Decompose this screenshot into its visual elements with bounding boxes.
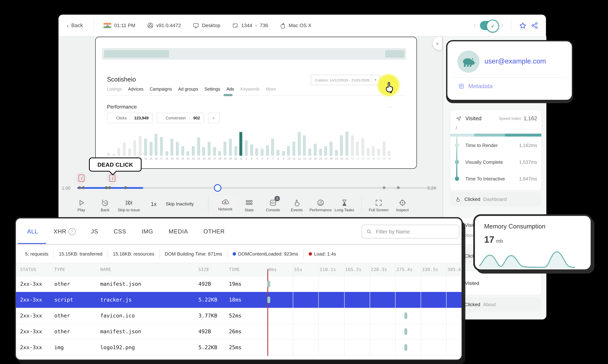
event-visited[interactable]: Visited bbox=[450, 271, 542, 295]
chart-bar[interactable]: 27 bbox=[377, 131, 380, 156]
chart-bar[interactable]: 6 bbox=[266, 131, 269, 156]
panel-network-button[interactable]: Network bbox=[213, 196, 237, 213]
column-header[interactable]: TYPE bbox=[54, 267, 65, 272]
date-range-picker[interactable]: Custom: 14/12/2019 - 21/01/2020 ▾ bbox=[311, 75, 380, 85]
site-tab-ads[interactable]: Ads bbox=[227, 86, 234, 95]
metadata-button[interactable]: Metadata bbox=[458, 83, 492, 89]
chart-bar[interactable]: 26 bbox=[372, 131, 375, 156]
chart-bar[interactable]: 9 bbox=[282, 131, 285, 156]
panel-events-button[interactable]: Events bbox=[285, 198, 309, 213]
bookmark-star-icon[interactable] bbox=[519, 22, 527, 29]
event-dot[interactable] bbox=[397, 186, 400, 189]
site-tab-ad-groups[interactable]: Ad groups bbox=[178, 86, 198, 95]
chart-bar[interactable]: 10 bbox=[123, 131, 126, 156]
column-header[interactable]: NAME bbox=[100, 267, 111, 272]
site-tab-keywords[interactable]: Keywords bbox=[240, 86, 260, 95]
metric-chip-conversion[interactable]: Conversion 902 bbox=[156, 113, 204, 123]
column-header[interactable]: STATUS bbox=[20, 267, 36, 272]
timeline-playhead[interactable] bbox=[214, 184, 221, 192]
network-tab-img[interactable]: IMG bbox=[142, 228, 153, 235]
playback-skip-to-issue-button[interactable]: Skip to Issue bbox=[117, 198, 141, 213]
chart-bar[interactable]: 5 bbox=[260, 131, 263, 156]
panel-console-button[interactable]: 3Console bbox=[261, 198, 285, 213]
share-icon[interactable] bbox=[531, 22, 538, 29]
column-header[interactable]: SIZE bbox=[198, 267, 209, 272]
chart-bar[interactable]: 15 bbox=[314, 131, 317, 156]
performance-more-icon[interactable]: ... bbox=[388, 103, 393, 108]
chart-bar[interactable]: 21 bbox=[346, 131, 348, 156]
chart-bar[interactable]: 20 bbox=[176, 131, 179, 156]
chart-bar[interactable]: 15 bbox=[149, 131, 152, 156]
chart-bar[interactable]: 14 bbox=[308, 131, 311, 156]
chart-bar[interactable]: 10 bbox=[287, 131, 290, 156]
panel-long-tasks-button[interactable]: Long Tasks bbox=[333, 198, 356, 213]
network-tab-all[interactable]: ALL bbox=[27, 228, 38, 235]
user-email[interactable]: user@example.com bbox=[485, 57, 546, 65]
timeline-track[interactable] bbox=[77, 187, 437, 189]
chart-bar[interactable]: 13 bbox=[139, 131, 142, 156]
panel-state-button[interactable]: State bbox=[237, 198, 261, 213]
chart-bar[interactable]: 2 bbox=[245, 131, 248, 156]
chart-bar[interactable]: 3 bbox=[250, 131, 253, 156]
chart-bar[interactable]: 21 bbox=[181, 131, 184, 156]
chart-bar[interactable]: 31 bbox=[234, 131, 237, 156]
site-tab-settings[interactable]: Settings bbox=[204, 86, 220, 95]
view-full-screen-button[interactable]: Full Screen bbox=[367, 198, 391, 213]
network-tab-other[interactable]: OTHER bbox=[203, 228, 225, 235]
visited-event-card[interactable]: Visited Speed Index 1,162 / Time to Rend… bbox=[450, 109, 542, 191]
chart-bar[interactable]: 22 bbox=[351, 131, 354, 156]
chart-bar[interactable]: 23 bbox=[192, 131, 195, 156]
speed-button[interactable]: 1x bbox=[151, 201, 156, 207]
network-tab-xhr[interactable]: XHR? bbox=[53, 228, 76, 235]
chart-bar[interactable]: 11 bbox=[292, 131, 295, 156]
chart-bar[interactable]: 20 bbox=[340, 131, 343, 156]
chart-bar[interactable]: 8 bbox=[112, 131, 115, 156]
network-tab-js[interactable]: JS bbox=[91, 228, 98, 235]
network-filter[interactable] bbox=[361, 225, 459, 238]
chart-bar[interactable]: 17 bbox=[160, 131, 163, 156]
filter-by-name-input[interactable] bbox=[375, 228, 448, 235]
panel-performance-button[interactable]: Performance bbox=[309, 198, 333, 213]
prev-session-button[interactable]: ‹ bbox=[474, 21, 476, 30]
chart-bar[interactable]: 28 bbox=[383, 131, 386, 156]
chart-bar[interactable]: 27 bbox=[213, 131, 216, 156]
network-request-row[interactable]: 2xx-3xxothermanifest.json492B26ms bbox=[16, 324, 462, 340]
back-button[interactable]: ‹ Back bbox=[67, 22, 83, 29]
chart-bar[interactable]: 23 bbox=[356, 131, 359, 156]
chart-bar[interactable]: 12 bbox=[298, 131, 301, 156]
network-request-row[interactable]: 2xx-3xxothermanifest.json492B19ms bbox=[16, 276, 462, 292]
skip-inactivity-button[interactable]: Skip Inactivity bbox=[166, 201, 194, 206]
site-tab-advices[interactable]: Advices bbox=[128, 86, 143, 95]
chart-bar[interactable]: 25 bbox=[367, 131, 370, 156]
chart-bar[interactable]: 22 bbox=[186, 131, 189, 156]
chart-bar[interactable]: 29 bbox=[223, 131, 226, 156]
chart-bar[interactable]: 24 bbox=[361, 131, 364, 156]
chart-bar[interactable]: 16 bbox=[155, 131, 158, 156]
help-icon[interactable]: ? bbox=[68, 228, 76, 235]
chart-bar[interactable]: 19 bbox=[170, 131, 173, 156]
network-tab-css[interactable]: CSS bbox=[114, 228, 126, 235]
network-request-row[interactable]: 2xx-3xxscripttracker.js5.22KB18ms bbox=[16, 292, 462, 308]
chart-bar[interactable]: 1 bbox=[239, 131, 242, 156]
chart-bar[interactable]: 30 bbox=[229, 131, 232, 156]
chart-bar[interactable]: 7 bbox=[107, 131, 110, 156]
site-tab-campaigns[interactable]: Campaigns bbox=[150, 86, 172, 95]
issue-marker[interactable]: i bbox=[75, 172, 87, 187]
chart-bar[interactable]: 28 bbox=[218, 131, 221, 156]
playback-back-button[interactable]: Back bbox=[93, 198, 117, 213]
chart-bar[interactable]: 7 bbox=[271, 131, 274, 156]
chart-bar[interactable]: 25 bbox=[202, 131, 205, 156]
column-header[interactable]: TIME bbox=[229, 267, 240, 272]
playback-play-button[interactable]: Play bbox=[69, 198, 93, 213]
chart-bar[interactable]: 14 bbox=[144, 131, 147, 156]
network-request-row[interactable]: 2xx-3xxotherfavicon.ico3.77KB52ms bbox=[16, 308, 462, 324]
chart-bar[interactable]: 18 bbox=[165, 131, 168, 156]
site-tab-more[interactable]: More bbox=[266, 86, 276, 95]
metric-chip-clicks[interactable]: Clicks 123,949 bbox=[107, 113, 153, 123]
chart-bar[interactable]: 13 bbox=[303, 131, 306, 156]
event-dot[interactable] bbox=[124, 186, 127, 189]
chart-bar[interactable]: 19 bbox=[335, 131, 338, 156]
next-session-button[interactable]: › bbox=[501, 21, 503, 30]
autoplay-toggle[interactable]: ✓ bbox=[480, 21, 497, 30]
event-clicked-dashboard[interactable]: Clicked Dashboard bbox=[450, 192, 541, 206]
